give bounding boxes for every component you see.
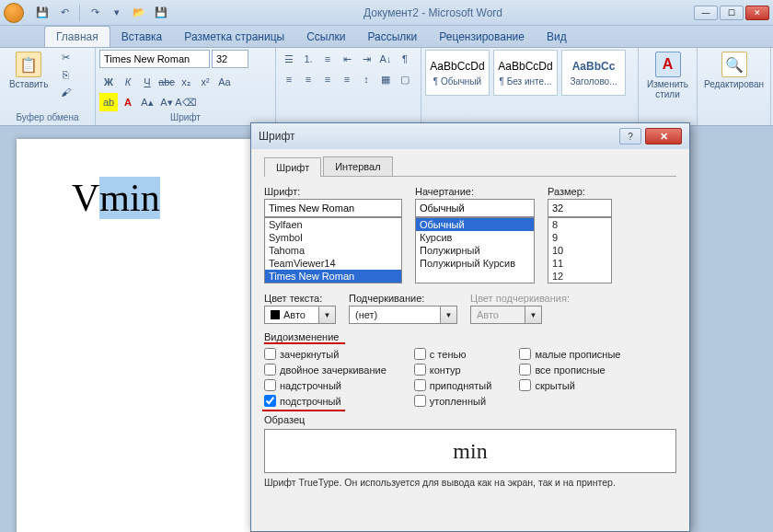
- font-color-label: Цвет текста:: [264, 293, 336, 304]
- justify-button[interactable]: ≡: [338, 70, 356, 88]
- numbering-button[interactable]: 1.: [299, 50, 317, 68]
- qat-menu-icon[interactable]: ▾: [109, 5, 125, 21]
- undo-icon[interactable]: ↶: [56, 5, 73, 21]
- superscript-button[interactable]: x²: [196, 73, 214, 91]
- size-field-label: Размер:: [548, 186, 612, 197]
- office-button[interactable]: [4, 3, 24, 23]
- style-no-spacing[interactable]: AaBbCcDd ¶ Без инте...: [493, 50, 558, 96]
- align-right-button[interactable]: ≡: [318, 70, 337, 88]
- font-name-select[interactable]: [99, 50, 210, 68]
- dialog-close-button[interactable]: ✕: [645, 128, 682, 145]
- dialog-tab-spacing[interactable]: Интервал: [323, 156, 392, 176]
- quick-access-toolbar: 💾 ↶ ↷ ▾ 📂 💾 Документ2 - Microsoft Word —…: [0, 0, 773, 26]
- tab-review[interactable]: Рецензирование: [428, 27, 536, 47]
- save2-icon[interactable]: 💾: [153, 5, 169, 21]
- effect-subscript[interactable]: подстрочный: [264, 395, 386, 407]
- dialog-help-button[interactable]: ?: [619, 128, 641, 145]
- editing-button[interactable]: 🔍 Редактирован: [701, 50, 767, 91]
- align-center-button[interactable]: ≡: [299, 70, 317, 88]
- font-style-input[interactable]: [415, 199, 535, 217]
- underline-color-label: Цвет подчеркивания:: [470, 293, 570, 304]
- format-painter-icon[interactable]: 🖌: [57, 85, 74, 99]
- shrink-font-button[interactable]: A▾: [157, 93, 176, 111]
- shading-button[interactable]: ▦: [376, 70, 395, 88]
- style-list[interactable]: Обычный Курсив Полужирный Полужирный Кур…: [415, 217, 535, 283]
- bullets-button[interactable]: ☰: [280, 50, 298, 68]
- effect-superscript[interactable]: надстрочный: [264, 379, 386, 391]
- paste-label: Вставить: [9, 79, 48, 89]
- effect-engrave[interactable]: утопленный: [414, 395, 492, 407]
- borders-button[interactable]: ▢: [396, 70, 414, 88]
- font-footnote: Шрифт TrueType. Он используется для выво…: [264, 477, 676, 488]
- style-field-label: Начертание:: [415, 186, 535, 197]
- show-marks-button[interactable]: ¶: [396, 50, 414, 68]
- ribbon-tabs: Главная Вставка Разметка страницы Ссылки…: [0, 26, 773, 48]
- effect-outline[interactable]: контур: [414, 364, 492, 376]
- cut-icon[interactable]: ✂: [57, 50, 74, 64]
- effect-double-strike[interactable]: двойное зачеркивание: [264, 364, 386, 376]
- font-color-combo[interactable]: Авто ▼: [264, 306, 336, 324]
- underline-label: Подчеркивание:: [349, 293, 457, 304]
- case-button[interactable]: Aa: [215, 73, 234, 91]
- sample-preview: min: [264, 429, 676, 473]
- tab-home[interactable]: Главная: [44, 26, 110, 47]
- underline-color-combo: Авто ▼: [470, 306, 570, 324]
- effect-strike[interactable]: зачеркнутый: [264, 348, 386, 360]
- close-window-button[interactable]: ✕: [745, 6, 769, 20]
- tab-mailings[interactable]: Рассылки: [356, 27, 428, 47]
- style-normal[interactable]: AaBbCcDd ¶ Обычный: [425, 50, 490, 96]
- effect-emboss[interactable]: приподнятый: [414, 379, 492, 391]
- multilevel-button[interactable]: ≡: [318, 50, 337, 68]
- size-list[interactable]: 8 9 10 11 12: [548, 217, 612, 283]
- sort-button[interactable]: A↓: [376, 50, 395, 68]
- align-left-button[interactable]: ≡: [280, 70, 298, 88]
- sample-label: Образец: [264, 414, 676, 425]
- style-heading[interactable]: AaBbCc Заголово...: [561, 50, 626, 96]
- change-styles-button[interactable]: A Изменить стили: [642, 50, 693, 101]
- font-color-button[interactable]: A: [119, 93, 137, 111]
- effect-smallcaps[interactable]: малые прописные: [519, 348, 620, 360]
- chevron-down-icon[interactable]: ▼: [319, 306, 336, 324]
- indent-dec-button[interactable]: ⇤: [338, 50, 356, 68]
- line-spacing-button[interactable]: ↕: [357, 70, 375, 88]
- chevron-down-icon[interactable]: ▼: [441, 306, 457, 324]
- dialog-title: Шрифт: [259, 130, 294, 143]
- underline-combo[interactable]: (нет) ▼: [349, 306, 457, 324]
- redo-icon[interactable]: ↷: [87, 5, 103, 21]
- effect-shadow[interactable]: с тенью: [414, 348, 492, 360]
- strike-button[interactable]: abc: [157, 73, 176, 91]
- tab-references[interactable]: Ссылки: [295, 27, 356, 47]
- dialog-tab-font[interactable]: Шрифт: [264, 157, 321, 177]
- open-icon[interactable]: 📂: [131, 5, 147, 21]
- copy-icon[interactable]: ⎘: [57, 67, 74, 82]
- indent-inc-button[interactable]: ⇥: [357, 50, 375, 68]
- effect-allcaps[interactable]: все прописные: [519, 364, 620, 376]
- font-field-label: Шрифт:: [264, 186, 402, 197]
- window-title: Документ2 - Microsoft Word: [172, 6, 694, 19]
- chevron-down-icon: ▼: [525, 306, 542, 324]
- highlight-button[interactable]: ab: [99, 93, 118, 111]
- grow-font-button[interactable]: A▴: [138, 93, 156, 111]
- subscript-button[interactable]: x₂: [177, 73, 195, 91]
- font-size-select[interactable]: [212, 50, 248, 68]
- clear-format-button[interactable]: A⌫: [177, 93, 195, 111]
- tab-view[interactable]: Вид: [536, 27, 578, 47]
- font-list[interactable]: Sylfaen Symbol Tahoma TeamViewer14 Times…: [264, 217, 402, 283]
- effect-hidden[interactable]: скрытый: [519, 379, 620, 391]
- dialog-titlebar[interactable]: Шрифт ? ✕: [251, 123, 689, 149]
- underline-button[interactable]: Ч: [138, 73, 156, 91]
- save-icon[interactable]: 💾: [34, 5, 51, 21]
- minimize-button[interactable]: —: [694, 6, 718, 20]
- tab-layout[interactable]: Разметка страницы: [173, 27, 295, 47]
- font-dialog: Шрифт ? ✕ Шрифт Интервал Шрифт: Sylfaen …: [250, 122, 690, 532]
- ribbon: 📋 Вставить ✂ ⎘ 🖌 Буфер обмена Ж К Ч abc …: [0, 48, 773, 126]
- tab-insert[interactable]: Вставка: [110, 27, 174, 47]
- paste-button[interactable]: 📋 Вставить: [4, 50, 53, 91]
- effects-section-label: Видоизменение: [264, 331, 676, 342]
- maximize-button[interactable]: ☐: [720, 6, 744, 20]
- font-name-input[interactable]: [264, 199, 402, 217]
- bold-button[interactable]: Ж: [99, 73, 118, 91]
- font-size-input[interactable]: [548, 199, 612, 217]
- italic-button[interactable]: К: [119, 73, 137, 91]
- doc-text-v: V: [72, 177, 99, 219]
